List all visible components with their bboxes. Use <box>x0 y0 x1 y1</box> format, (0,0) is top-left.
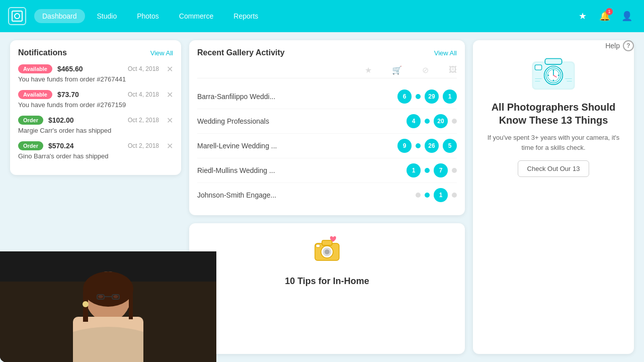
svg-rect-18 <box>316 244 320 247</box>
notification-amount: $570.24 <box>48 142 74 150</box>
gallery-view-all[interactable]: View All <box>434 49 457 57</box>
nav-commerce[interactable]: Commerce <box>171 9 221 23</box>
svg-point-29 <box>553 80 554 81</box>
image-column-icon: 🖼 <box>449 65 457 75</box>
heart-camera-icon <box>199 233 455 271</box>
notifications-title: Notifications <box>18 48 67 57</box>
bottom-tips-card: 10 Tips for In-Home <box>189 223 465 354</box>
right-column: All Photographers Should Know These 13 T… <box>473 40 634 354</box>
gallery-name: Marell-Levine Wedding ... <box>197 142 393 150</box>
notification-date: Oct 4, 2018 <box>128 65 159 72</box>
gallery-name: Wedding Professionals <box>197 117 403 125</box>
notification-close-button[interactable]: ✕ <box>167 90 173 100</box>
promo-icon-wrap <box>483 52 624 93</box>
promo-card: All Photographers Should Know These 13 T… <box>473 40 634 354</box>
gallery-dot-col1 <box>416 193 421 198</box>
notification-item: Available $465.60 Oct 4, 2018 You have f… <box>18 64 173 83</box>
gallery-dot-col2a <box>416 94 421 99</box>
gallery-name: Barra-Sanfilippo Weddi... <box>197 93 393 101</box>
gallery-header: Recent Gallery Activity View All <box>197 48 457 57</box>
notification-text: Gino Barra's order has shipped <box>18 152 159 160</box>
svg-point-7 <box>98 295 103 298</box>
gallery-badge-col2: 1 <box>434 188 448 202</box>
notifications-view-all[interactable]: View All <box>150 49 173 57</box>
promo-button[interactable]: Check Out Our 13 <box>518 160 590 177</box>
gallery-row[interactable]: Wedding Professionals 4 20 <box>197 109 457 134</box>
notification-badge-order: Order <box>18 116 43 125</box>
notification-date: Oct 2, 2018 <box>128 142 159 149</box>
gallery-card: Recent Gallery Activity View All ★ 🛒 ⊘ 🖼… <box>189 40 465 215</box>
gallery-name: Johnson-Smith Engage... <box>197 191 412 199</box>
video-overlay <box>0 251 216 362</box>
main-content: Notifications View All Available $465.60… <box>0 32 644 362</box>
gallery-dot <box>425 119 430 124</box>
bottom-card-title: 10 Tips for In-Home <box>199 276 455 287</box>
notification-text: You have funds from order #2767159 <box>18 101 159 109</box>
svg-point-28 <box>553 70 554 71</box>
middle-column: Recent Gallery Activity View All ★ 🛒 ⊘ 🖼… <box>189 40 465 354</box>
svg-point-12 <box>83 301 89 307</box>
gallery-icons-row: ★ 🛒 ⊘ 🖼 <box>197 62 457 78</box>
gallery-name: Riedl-Mullins Wedding ... <box>197 166 403 174</box>
block-column-icon: ⊘ <box>422 65 429 75</box>
nav-reports[interactable]: Reports <box>225 9 266 23</box>
notification-badge-available: Available <box>18 90 52 99</box>
left-column: Notifications View All Available $465.60… <box>10 40 181 354</box>
cart-column-icon: 🛒 <box>392 65 402 75</box>
gallery-badge-col1: 1 <box>407 163 421 177</box>
svg-rect-22 <box>535 65 541 70</box>
top-navigation: Dashboard Studio Photos Commerce Reports… <box>0 0 644 32</box>
notification-close-button[interactable]: ✕ <box>167 64 173 74</box>
notification-item: Available $73.70 Oct 4, 2018 You have fu… <box>18 90 173 109</box>
notification-amount: $73.70 <box>57 90 79 99</box>
gallery-badge-col1: 9 <box>397 139 412 153</box>
svg-point-4 <box>83 272 133 307</box>
gallery-badge-col2: 26 <box>425 139 439 153</box>
logo-icon <box>12 11 23 22</box>
gallery-row[interactable]: Riedl-Mullins Wedding ... 1 7 <box>197 158 457 183</box>
svg-rect-21 <box>545 59 561 65</box>
notification-date: Oct 2, 2018 <box>128 117 159 124</box>
favorites-button[interactable]: ★ <box>574 7 592 25</box>
nav-photos[interactable]: Photos <box>129 9 167 23</box>
notifications-button[interactable]: 🔔 1 <box>596 7 614 25</box>
notifications-header: Notifications View All <box>18 48 173 57</box>
gallery-badge-col1: 6 <box>397 89 412 104</box>
gallery-dot <box>416 143 421 148</box>
notification-close-button[interactable]: ✕ <box>167 116 173 125</box>
gallery-row[interactable]: Marell-Levine Wedding ... 9 26 5 <box>197 134 457 158</box>
gallery-dot <box>425 168 430 173</box>
promo-subtitle: If you've spent 3+ years with your camer… <box>483 133 624 152</box>
notification-badge-order: Order <box>18 141 43 150</box>
star-icon: ★ <box>579 11 587 22</box>
notification-item: Order $102.00 Oct 2, 2018 Margie Carr's … <box>18 116 173 134</box>
nav-studio[interactable]: Studio <box>89 9 125 23</box>
svg-point-8 <box>113 295 118 298</box>
svg-rect-6 <box>129 292 133 319</box>
video-person <box>0 251 216 362</box>
nav-dashboard[interactable]: Dashboard <box>34 9 85 23</box>
notification-badge: 1 <box>606 8 613 15</box>
gallery-dot <box>425 193 430 198</box>
svg-rect-17 <box>322 240 332 245</box>
gallery-dot-end <box>452 168 457 173</box>
notification-badge-available: Available <box>18 64 52 73</box>
notifications-card: Notifications View All Available $465.60… <box>10 40 181 175</box>
svg-point-16 <box>325 249 330 254</box>
gallery-row[interactable]: Barra-Sanfilippo Weddi... 6 29 1 <box>197 84 457 109</box>
gallery-badge-col3: 1 <box>443 89 457 104</box>
notification-text: You have funds from order #2767441 <box>18 75 159 83</box>
gallery-title: Recent Gallery Activity <box>197 48 285 57</box>
gallery-badge-col3: 5 <box>443 139 457 153</box>
star-column-icon: ★ <box>365 65 372 75</box>
profile-button[interactable]: 👤 <box>618 7 636 25</box>
logo[interactable] <box>8 7 26 25</box>
help-label: Help <box>605 42 620 50</box>
notification-item: Order $570.24 Oct 2, 2018 Gino Barra's o… <box>18 141 173 160</box>
notification-close-button[interactable]: ✕ <box>167 141 173 151</box>
promo-title: All Photographers Should Know These 13 T… <box>483 101 624 127</box>
gallery-row[interactable]: Johnson-Smith Engage... 1 <box>197 183 457 207</box>
help-button[interactable]: ? <box>623 40 634 51</box>
svg-point-31 <box>558 75 559 76</box>
gallery-badge-col2: 29 <box>425 89 439 104</box>
